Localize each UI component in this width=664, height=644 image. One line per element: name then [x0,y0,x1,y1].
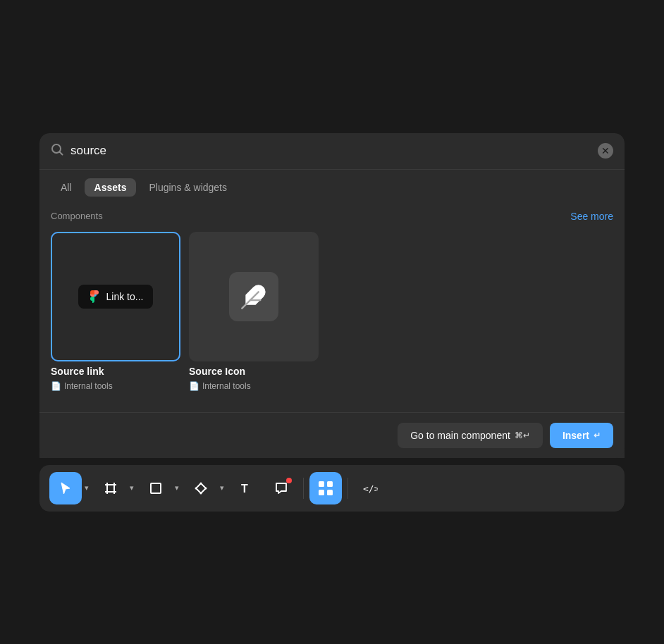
svg-point-13 [200,482,202,484]
pen-tool-button[interactable] [185,472,217,504]
pen-tool-group: ▾ [185,472,227,504]
search-icon [51,143,63,159]
search-bar: ✕ [39,133,625,170]
pointer-tool-button[interactable] [49,472,82,504]
tabs-row: All Assets Plugins & widgets [39,170,625,205]
frame-tool-button[interactable] [94,472,127,504]
action-bar: Go to main component ⌘↵ Insert ↵ [39,413,625,458]
search-panel: ✕ All Assets Plugins & widgets Component… [39,133,625,458]
tab-all[interactable]: All [51,178,82,197]
svg-text:T: T [241,483,248,495]
text-tool-button[interactable]: T [230,472,262,504]
close-icon: ✕ [601,145,610,156]
frame-dropdown-arrow[interactable]: ▾ [127,481,137,495]
comment-tool-button[interactable] [265,472,297,504]
svg-rect-21 [327,490,333,495]
goto-shortcut: ⌘↵ [515,431,530,440]
component-thumbnail-source-icon[interactable] [189,232,319,361]
component-source-source-icon: 📄 Internal tools [189,381,319,391]
svg-point-14 [205,487,207,489]
bottom-toolbar: ▾ ▾ [39,465,625,512]
clear-button[interactable]: ✕ [598,143,613,159]
svg-point-16 [195,487,197,489]
component-name-source-link: Source link [51,366,180,377]
svg-line-1 [60,151,63,154]
components-grid: Link to... Source link 📄 Internal tools [51,232,613,391]
pointer-dropdown-arrow[interactable]: ▾ [82,481,92,495]
toolbar-divider [303,478,304,499]
content-area: Components See more [39,205,625,405]
components-tool-button[interactable] [309,472,342,504]
see-more-button[interactable]: See more [570,211,613,222]
source-doc-icon: 📄 [51,381,61,391]
tab-plugins[interactable]: Plugins & widgets [139,178,237,197]
components-section-title: Components [51,211,103,221]
svg-rect-20 [319,490,324,495]
svg-rect-12 [151,483,161,493]
list-item[interactable]: Source Icon 📄 Internal tools [189,232,319,391]
goto-label: Go to main component [410,430,510,441]
insert-button[interactable]: Insert ↵ [550,423,613,448]
pen-dropdown-arrow[interactable]: ▾ [217,481,227,495]
list-item[interactable]: Link to... Source link 📄 Internal tools [51,232,180,391]
insert-shortcut: ↵ [594,431,601,440]
svg-point-15 [200,492,202,494]
component-source-source-link: 📄 Internal tools [51,381,180,391]
code-tool-button[interactable]: </> [354,472,386,504]
pointer-tool-group: ▾ [49,472,92,504]
toolbar-divider-2 [348,478,348,499]
frame-tool-group: ▾ [94,472,137,504]
rect-dropdown-arrow[interactable]: ▾ [172,481,182,495]
rect-tool-group: ▾ [140,472,182,504]
section-header: Components See more [51,211,613,222]
svg-rect-19 [327,481,333,487]
svg-rect-18 [319,481,324,487]
source-doc-icon: 📄 [189,381,199,391]
component-name-source-icon: Source Icon [189,366,319,377]
comment-dot [286,478,292,483]
insert-label: Insert [562,430,589,441]
rect-tool-button[interactable] [140,472,172,504]
tab-assets[interactable]: Assets [85,178,137,197]
source-link-preview: Link to... [78,285,154,309]
svg-text:</>: </> [363,483,378,494]
search-input[interactable] [70,144,591,158]
source-icon-preview [229,272,278,321]
svg-rect-3 [107,485,114,492]
component-thumbnail-source-link[interactable]: Link to... [51,232,180,361]
goto-main-component-button[interactable]: Go to main component ⌘↵ [398,423,543,448]
link-to-label: Link to... [106,291,144,302]
